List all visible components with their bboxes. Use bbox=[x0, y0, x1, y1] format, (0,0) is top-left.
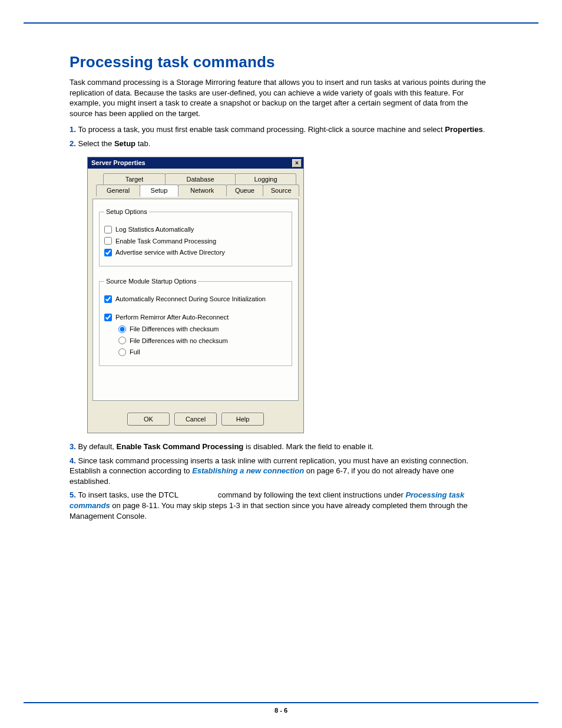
step-text: . bbox=[483, 125, 485, 134]
advertise-ad-label: Advertise service with Active Directory bbox=[115, 248, 225, 257]
source-module-group: Source Module Startup Options Automatica… bbox=[99, 277, 292, 366]
tab-logging[interactable]: Logging bbox=[235, 173, 296, 185]
source-module-legend: Source Module Startup Options bbox=[104, 277, 198, 286]
cancel-button[interactable]: Cancel bbox=[174, 413, 217, 426]
dialog-title: Server Properties bbox=[91, 159, 146, 167]
step-3: By default, Enable Task Command Processi… bbox=[70, 442, 492, 452]
tab-row-back: Target Database Logging bbox=[103, 173, 299, 185]
tab-setup[interactable]: Setup bbox=[140, 185, 178, 197]
auto-reconnect-label: Automatically Reconnect During Source In… bbox=[115, 295, 266, 304]
tab-general[interactable]: General bbox=[96, 185, 140, 196]
ui-ref-setup: Setup bbox=[114, 139, 135, 148]
step-text: To insert tasks, use the DTCL bbox=[78, 490, 180, 499]
ok-button[interactable]: OK bbox=[127, 413, 170, 426]
intro-paragraph: Task command processing is a Storage Mir… bbox=[70, 77, 492, 118]
file-diff-nochecksum-radio[interactable] bbox=[118, 337, 126, 344]
setup-tab-panel: Setup Options Log Statistics Automatical… bbox=[92, 199, 299, 401]
page-heading: Processing task commands bbox=[70, 53, 492, 71]
dialog-button-bar: OK Cancel Help bbox=[88, 407, 303, 433]
step-1: To process a task, you must first enable… bbox=[70, 124, 492, 135]
dialog-titlebar: Server Properties × bbox=[88, 157, 303, 169]
link-establishing-connection[interactable]: Establishing a new connection bbox=[192, 466, 304, 475]
setup-options-legend: Setup Options bbox=[104, 207, 149, 216]
tab-queue[interactable]: Queue bbox=[226, 185, 264, 196]
tab-network[interactable]: Network bbox=[178, 185, 227, 196]
tab-row-front: General Setup Network Queue Source bbox=[96, 185, 299, 196]
full-label: Full bbox=[130, 348, 140, 357]
step-text: By default, bbox=[78, 442, 116, 451]
close-button[interactable]: × bbox=[292, 159, 302, 167]
file-diff-checksum-radio[interactable] bbox=[118, 325, 126, 333]
close-icon: × bbox=[295, 160, 299, 166]
step-text: is disabled. Mark the field to enable it… bbox=[243, 442, 373, 451]
log-statistics-label: Log Statistics Automatically bbox=[115, 225, 194, 234]
enable-task-command-checkbox[interactable] bbox=[104, 237, 112, 245]
ui-ref-properties: Properties bbox=[445, 125, 482, 134]
step-text: on page 8-11. You may skip steps 1-3 in … bbox=[70, 501, 468, 521]
enable-task-command-label: Enable Task Command Processing bbox=[115, 237, 216, 246]
file-diff-nochecksum-label: File Differences with no checksum bbox=[130, 337, 228, 345]
page-number: 8 - 6 bbox=[275, 707, 287, 714]
step-4: Since task command processing inserts a … bbox=[70, 456, 492, 487]
log-statistics-checkbox[interactable] bbox=[104, 226, 112, 233]
tab-source[interactable]: Source bbox=[263, 185, 299, 196]
step-text: tab. bbox=[135, 139, 150, 148]
dtcl-command-name: queuetask bbox=[180, 490, 216, 499]
advertise-ad-checkbox[interactable] bbox=[104, 249, 112, 256]
server-properties-dialog: Server Properties × Target Database Logg… bbox=[87, 157, 304, 433]
steps-list: To process a task, you must first enable… bbox=[70, 124, 492, 521]
perform-remirror-checkbox[interactable] bbox=[104, 314, 112, 321]
step-text: command by following the text client ins… bbox=[216, 490, 405, 499]
help-button[interactable]: Help bbox=[222, 413, 264, 426]
step-2: Select the Setup tab. Server Properties … bbox=[70, 139, 492, 434]
step-text: Select the bbox=[78, 139, 114, 148]
auto-reconnect-checkbox[interactable] bbox=[104, 295, 112, 303]
file-diff-checksum-label: File Differences with checksum bbox=[130, 325, 219, 334]
setup-options-group: Setup Options Log Statistics Automatical… bbox=[99, 207, 292, 266]
ui-ref-enable-task: Enable Task Command Processing bbox=[117, 442, 244, 451]
step-text: To process a task, you must first enable… bbox=[78, 125, 445, 134]
step-5: To insert tasks, use the DTCL queuetask … bbox=[70, 490, 492, 521]
tab-database[interactable]: Database bbox=[165, 173, 236, 185]
perform-remirror-label: Perform Remirror After Auto-Reconnect bbox=[115, 313, 229, 322]
tab-target[interactable]: Target bbox=[103, 173, 166, 185]
full-radio[interactable] bbox=[118, 348, 126, 356]
page-footer: 8 - 6 bbox=[24, 702, 538, 714]
